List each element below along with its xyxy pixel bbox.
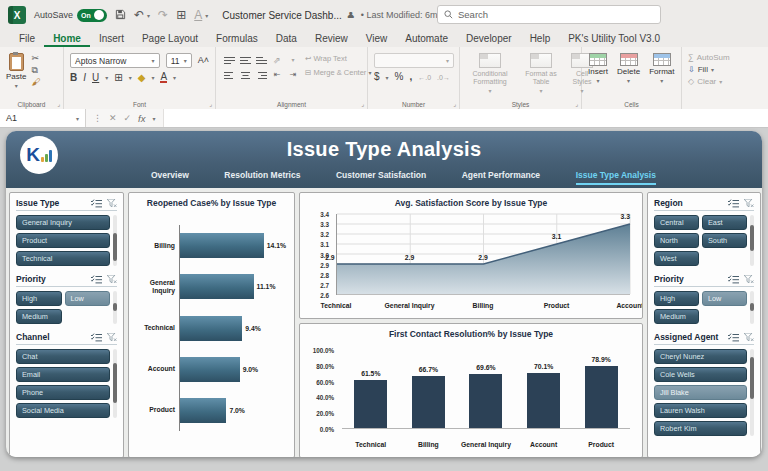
multiselect-icon[interactable] bbox=[728, 199, 739, 208]
underline-caret-icon[interactable]: ▾ bbox=[105, 74, 108, 81]
multiselect-icon[interactable] bbox=[728, 333, 739, 342]
save-icon[interactable] bbox=[115, 9, 126, 22]
slicer-scrollbar[interactable] bbox=[750, 215, 754, 266]
multiselect-icon[interactable] bbox=[91, 333, 102, 342]
slicer-button[interactable]: West bbox=[654, 251, 699, 266]
nav-tab-overview[interactable]: Overview bbox=[151, 170, 189, 185]
tab-page-layout[interactable]: Page Layout bbox=[133, 30, 207, 47]
delete-cells-button[interactable]: Delete ▾ bbox=[617, 53, 640, 84]
format-painter-icon[interactable]: 🖌︎ bbox=[31, 78, 40, 87]
undo-caret-icon[interactable]: ▾ bbox=[147, 12, 150, 19]
tab-data[interactable]: Data bbox=[267, 30, 306, 47]
slicer-scrollbar[interactable] bbox=[750, 291, 754, 324]
borders-button-icon[interactable]: ⊞ bbox=[114, 73, 122, 83]
slicer-button[interactable]: Email bbox=[16, 367, 110, 382]
slicer-button[interactable]: Cole Wells bbox=[654, 367, 747, 382]
reopened-case-chart[interactable]: Reopened Case% by Issue Type Billing14.1… bbox=[128, 192, 295, 457]
tab-view[interactable]: View bbox=[357, 30, 397, 47]
nav-tab-issue-type-analysis[interactable]: Issue Type Analysis bbox=[576, 170, 656, 185]
fill-color-icon[interactable]: ◆ bbox=[138, 73, 146, 83]
drag-dots-icon[interactable]: ⋮ bbox=[93, 113, 102, 123]
clear-filter-icon[interactable] bbox=[107, 275, 117, 284]
sensitivity-icon[interactable]: 👤︎ bbox=[347, 11, 355, 20]
slicer-button[interactable]: Medium bbox=[654, 309, 699, 324]
slicer-button[interactable]: Technical bbox=[16, 251, 110, 266]
paste-caret-icon[interactable]: ▾ bbox=[15, 82, 18, 89]
nav-tab-agent-performance[interactable]: Agent Performance bbox=[462, 170, 540, 185]
dialog-launcher-icon[interactable]: ⌟ bbox=[575, 100, 578, 107]
slicer-scrollbar[interactable] bbox=[750, 349, 754, 436]
document-title[interactable]: Customer Service Dashb... bbox=[222, 10, 342, 21]
slicer-button[interactable]: Social Media bbox=[16, 403, 110, 418]
tab-insert[interactable]: Insert bbox=[90, 30, 133, 47]
currency-icon[interactable]: $ bbox=[374, 72, 380, 82]
nav-tab-resolution-metrics[interactable]: Resolution Metrics bbox=[224, 170, 300, 185]
copy-icon[interactable]: ⧉ bbox=[31, 66, 40, 75]
format-cells-button[interactable]: Format ▾ bbox=[649, 53, 674, 84]
tab-home[interactable]: Home bbox=[44, 30, 90, 47]
increase-indent-icon[interactable]: ⇥ bbox=[290, 70, 297, 79]
slicer-button[interactable]: Product bbox=[16, 233, 110, 248]
slicer-button[interactable]: South bbox=[702, 233, 747, 248]
bold-button[interactable]: B bbox=[70, 73, 77, 83]
name-box[interactable]: A1 ▾ bbox=[0, 109, 86, 127]
autosave-toggle[interactable]: On bbox=[77, 9, 107, 22]
align-right-icon[interactable] bbox=[256, 66, 267, 84]
comma-style-icon[interactable]: , bbox=[409, 72, 412, 82]
slicer-scrollbar[interactable] bbox=[113, 215, 117, 266]
slicer-button[interactable]: Robert Kim bbox=[654, 421, 747, 436]
multiselect-icon[interactable] bbox=[91, 275, 102, 284]
tab-help[interactable]: Help bbox=[521, 30, 560, 47]
font-size-select[interactable]: 11▾ bbox=[166, 53, 192, 68]
clear-filter-icon[interactable] bbox=[107, 199, 117, 208]
tab-file[interactable]: File bbox=[10, 30, 44, 47]
dialog-launcher-icon[interactable]: ⌟ bbox=[209, 100, 212, 107]
slicer-button[interactable]: Low bbox=[65, 291, 111, 306]
align-center-icon[interactable] bbox=[240, 66, 251, 84]
tab-formulas[interactable]: Formulas bbox=[207, 30, 267, 47]
slicer-button[interactable]: North bbox=[654, 233, 699, 248]
text-color-icon[interactable]: A bbox=[160, 72, 167, 83]
dialog-launcher-icon[interactable]: ⌟ bbox=[361, 100, 364, 107]
insert-function-icon[interactable]: fx bbox=[138, 113, 145, 124]
clear-filter-icon[interactable] bbox=[744, 199, 754, 208]
dialog-launcher-icon[interactable]: ⌟ bbox=[57, 100, 60, 107]
percent-icon[interactable]: % bbox=[395, 72, 404, 82]
slicer-button[interactable]: Medium bbox=[16, 309, 62, 324]
slicer-button[interactable]: Central bbox=[654, 215, 699, 230]
tab-automate[interactable]: Automate bbox=[396, 30, 457, 47]
slicer-button[interactable]: Chat bbox=[16, 349, 110, 364]
slicer-button[interactable]: High bbox=[16, 291, 62, 306]
nav-tab-customer-satisfaction[interactable]: Customer Satisfaction bbox=[336, 170, 426, 185]
slicer-button[interactable]: Lauren Walsh bbox=[654, 403, 747, 418]
slicer-button[interactable]: General Inquiry bbox=[16, 215, 110, 230]
slicer-button[interactable]: Low bbox=[702, 291, 747, 306]
slicer-button[interactable]: Phone bbox=[16, 385, 110, 400]
italic-button[interactable]: I bbox=[83, 73, 86, 83]
slicer-scrollbar[interactable] bbox=[113, 349, 117, 418]
qat-overflow-icon[interactable]: ▾ bbox=[205, 12, 208, 19]
formula-input[interactable] bbox=[163, 109, 768, 127]
slicer-button[interactable]: Cheryl Nunez bbox=[654, 349, 747, 364]
fcr-chart[interactable]: First Contact Resolution% by Issue Type … bbox=[299, 323, 643, 457]
fx-caret-icon[interactable]: ▾ bbox=[152, 115, 155, 122]
multiselect-icon[interactable] bbox=[728, 275, 739, 284]
borders-icon[interactable]: ⊞ bbox=[176, 9, 186, 21]
dialog-launcher-icon[interactable]: ⌟ bbox=[453, 100, 456, 107]
clear-filter-icon[interactable] bbox=[744, 275, 754, 284]
name-box-caret-icon[interactable]: ▾ bbox=[76, 115, 79, 122]
search-box[interactable]: Search bbox=[437, 5, 661, 24]
paste-button[interactable]: Paste ▾ bbox=[6, 51, 26, 89]
tab-pk-utility[interactable]: PK's Utility Tool V3.0 bbox=[559, 30, 669, 47]
cut-icon[interactable]: ✂ bbox=[31, 54, 40, 63]
underline-button[interactable]: U bbox=[92, 73, 99, 83]
insert-cells-button[interactable]: Insert ▾ bbox=[588, 53, 608, 84]
fill-button[interactable]: ⇩ Fill ▾ bbox=[688, 65, 730, 74]
slicer-button[interactable]: High bbox=[654, 291, 699, 306]
decrease-indent-icon[interactable]: ⇤ bbox=[274, 70, 281, 79]
slicer-button[interactable]: Jill Blake bbox=[654, 385, 747, 400]
multiselect-icon[interactable] bbox=[91, 199, 102, 208]
undo-icon[interactable]: ↶ bbox=[134, 9, 144, 21]
grow-font-icon[interactable]: A˄ bbox=[198, 56, 209, 65]
tab-developer[interactable]: Developer bbox=[457, 30, 521, 47]
